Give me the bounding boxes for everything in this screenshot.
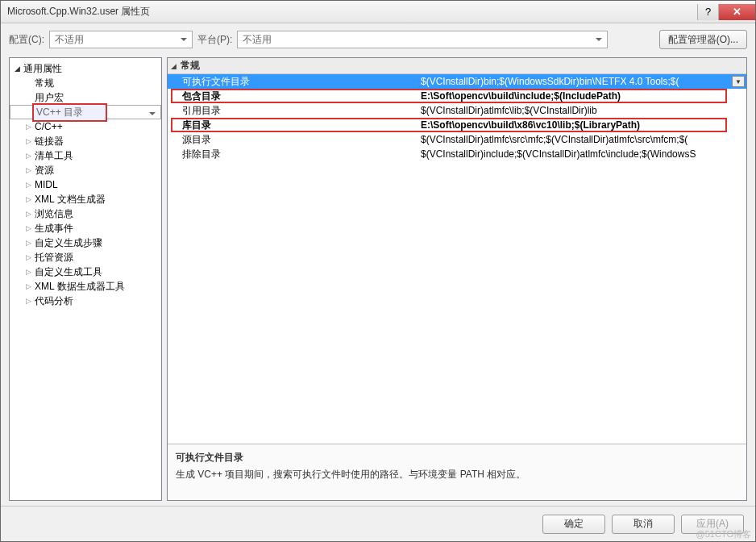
expander-closed-icon: ▷ [24, 195, 32, 203]
platform-label: 平台(P): [197, 33, 232, 47]
expander-open-icon: ◢ [171, 62, 181, 70]
tree-item-label: VC++ 目录 [33, 104, 106, 121]
property-row[interactable]: 库目录E:\Soft\opencv\build\x86\vc10\lib;$(L… [168, 118, 746, 132]
config-manager-button[interactable]: 配置管理器(O)... [659, 30, 747, 49]
expander-closed-icon: ▷ [24, 239, 32, 247]
tree-item[interactable]: ▷浏览信息 [10, 206, 161, 221]
tree-item[interactable]: 用户宏 [10, 90, 161, 105]
group-header[interactable]: ◢ 常规 [168, 58, 746, 74]
property-value: E:\Soft\opencv\build\include;$(IncludePa… [419, 90, 746, 102]
property-value: $(VCInstallDir)include;$(VCInstallDir)at… [419, 148, 746, 160]
tree-item[interactable]: ▷清单工具 [10, 148, 161, 163]
titlebar: Microsoft.Cpp.Win32.user 属性页 ? ✕ [1, 1, 755, 23]
dropdown-icon[interactable]: ▼ [732, 76, 745, 87]
description-body: 生成 VC++ 项目期间，搜索可执行文件时使用的路径。与环境变量 PATH 相对… [176, 468, 738, 482]
tree-item-label: XML 数据生成器工具 [32, 279, 127, 294]
tree-root[interactable]: ◢ 通用属性 [10, 61, 161, 76]
ok-button[interactable]: 确定 [542, 515, 605, 534]
tree-item[interactable]: 常规 [10, 76, 161, 90]
cancel-button[interactable]: 取消 [612, 515, 675, 534]
tree-item[interactable]: ▷托管资源 [10, 250, 161, 265]
description-panel: 可执行文件目录 生成 VC++ 项目期间，搜索可执行文件时使用的路径。与环境变量… [168, 444, 746, 500]
expander-closed-icon: ▷ [24, 166, 32, 174]
expander-closed-icon: ▷ [24, 297, 32, 305]
property-name: 引用目录 [168, 104, 419, 118]
tree-item-label: MIDL [32, 178, 60, 191]
property-value: $(VCInstallDir)atlmfc\lib;$(VCInstallDir… [419, 105, 746, 116]
tree-item[interactable]: ▷自定义生成工具 [10, 265, 161, 279]
expander-closed-icon: ▷ [24, 181, 32, 189]
tree-item[interactable]: ▷生成事件 [10, 221, 161, 236]
watermark: @51CTO博客 [696, 528, 751, 540]
group-title: 常规 [181, 59, 200, 73]
tree-item-label: 自定义生成步骤 [32, 236, 105, 251]
tree-item-label: 资源 [32, 163, 56, 178]
tree-item[interactable]: ▷代码分析 [10, 294, 161, 308]
property-row[interactable]: 可执行文件目录$(VCInstallDir)bin;$(WindowsSdkDi… [168, 74, 746, 89]
expander-closed-icon: ▷ [24, 253, 32, 261]
platform-select[interactable]: 不适用 [237, 31, 608, 48]
property-row[interactable]: 源目录$(VCInstallDir)atlmfc\src\mfc;$(VCIns… [168, 132, 746, 147]
close-button[interactable]: ✕ [718, 4, 755, 20]
property-name: 包含目录 [168, 90, 419, 103]
property-row[interactable]: 包含目录E:\Soft\opencv\build\include;$(Inclu… [168, 89, 746, 103]
tree-item[interactable]: ▷链接器 [10, 134, 161, 148]
tree-item[interactable]: VC++ 目录 [10, 105, 161, 119]
expander-closed-icon: ▷ [24, 224, 32, 232]
property-name: 库目录 [168, 119, 419, 132]
property-name: 源目录 [168, 133, 419, 147]
tree-item[interactable]: ▷自定义生成步骤 [10, 236, 161, 250]
tree-item-label: XML 文档生成器 [32, 192, 108, 207]
expander-closed-icon: ▷ [24, 137, 32, 145]
tree-item[interactable]: ▷XML 文档生成器 [10, 192, 161, 206]
tree-item-label: 代码分析 [32, 294, 76, 309]
tree-item-label: C/C++ [32, 120, 65, 133]
tree-item-label: 常规 [32, 76, 56, 91]
expander-closed-icon: ▷ [24, 268, 32, 276]
window-title: Microsoft.Cpp.Win32.user 属性页 [7, 5, 697, 19]
tree-item[interactable]: ▷资源 [10, 163, 161, 177]
dialog-footer: 确定 取消 应用(A) [1, 506, 755, 541]
expander-closed-icon: ▷ [24, 123, 32, 131]
tree-item-label: 清单工具 [32, 148, 76, 164]
tree-root-label: 通用属性 [21, 61, 64, 77]
property-row[interactable]: 排除目录$(VCInstallDir)include;$(VCInstallDi… [168, 147, 746, 161]
expander-closed-icon: ▷ [24, 210, 32, 218]
property-name: 排除目录 [168, 148, 419, 161]
help-button[interactable]: ? [697, 4, 718, 20]
nav-tree[interactable]: ◢ 通用属性 常规用户宏VC++ 目录▷C/C++▷链接器▷清单工具▷资源▷MI… [9, 57, 162, 501]
tree-item-label: 生成事件 [32, 221, 76, 236]
property-row[interactable]: 引用目录$(VCInstallDir)atlmfc\lib;$(VCInstal… [168, 103, 746, 118]
config-select[interactable]: 不适用 [49, 31, 193, 48]
property-value: $(VCInstallDir)atlmfc\src\mfc;$(VCInstal… [419, 134, 746, 145]
tree-item[interactable]: ▷C/C++ [10, 119, 161, 134]
content-area: ◢ 通用属性 常规用户宏VC++ 目录▷C/C++▷链接器▷清单工具▷资源▷MI… [1, 56, 755, 506]
window-controls: ? ✕ [697, 4, 755, 20]
tree-item[interactable]: ▷XML 数据生成器工具 [10, 279, 161, 294]
property-value: $(VCInstallDir)bin;$(WindowsSdkDir)bin\N… [419, 76, 746, 87]
property-value: E:\Soft\opencv\build\x86\vc10\lib;$(Libr… [419, 119, 746, 131]
expander-closed-icon: ▷ [24, 282, 32, 290]
tree-item-label: 托管资源 [32, 250, 76, 265]
tree-item-label: 链接器 [32, 134, 66, 149]
tree-item[interactable]: ▷MIDL [10, 177, 161, 192]
tree-item-label: 自定义生成工具 [32, 265, 105, 280]
expander-open-icon: ◢ [13, 65, 21, 73]
config-label: 配置(C): [9, 33, 44, 47]
dialog-window: Microsoft.Cpp.Win32.user 属性页 ? ✕ 配置(C): … [0, 0, 756, 542]
tree-item-label: 浏览信息 [32, 206, 76, 222]
property-name: 可执行文件目录 [168, 75, 419, 89]
property-panel: ◢ 常规 可执行文件目录$(VCInstallDir)bin;$(Windows… [167, 57, 747, 501]
property-grid: ◢ 常规 可执行文件目录$(VCInstallDir)bin;$(Windows… [168, 58, 746, 444]
description-title: 可执行文件目录 [176, 451, 738, 465]
toolbar: 配置(C): 不适用 平台(P): 不适用 配置管理器(O)... [1, 23, 755, 56]
expander-closed-icon: ▷ [24, 152, 32, 160]
